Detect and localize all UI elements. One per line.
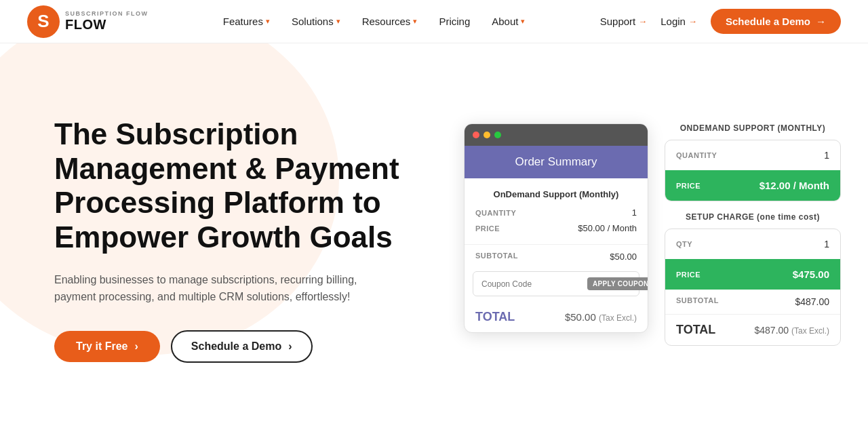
nav-solutions[interactable]: Solutions ▾ bbox=[292, 16, 340, 27]
brand-name: FLOW bbox=[65, 17, 149, 32]
right-section1-title: ONDEMAND SUPPORT (MONTHLY) bbox=[665, 123, 841, 133]
nav-pricing[interactable]: Pricing bbox=[439, 16, 470, 27]
right-qty-value: 1 bbox=[824, 150, 829, 161]
hero-section: The Subscription Management & Payment Pr… bbox=[0, 43, 868, 436]
coupon-input[interactable] bbox=[481, 279, 583, 289]
nav-about[interactable]: About ▾ bbox=[492, 16, 525, 27]
subtotal-value: $50.00 bbox=[610, 252, 637, 262]
right-price-bar-1: PRICE $12.00 / Month bbox=[665, 170, 840, 201]
order-section: OnDemand Support (Monthly) QUANTITY 1 PR… bbox=[465, 178, 648, 245]
svg-text:S: S bbox=[37, 11, 49, 31]
schedule-demo-hero-button[interactable]: Schedule a Demo › bbox=[171, 330, 313, 363]
right-subtotal-label: SUBTOTAL bbox=[676, 296, 719, 307]
order-price-row: PRICE $50.00 / Month bbox=[475, 223, 637, 233]
right-subtotal-row: SUBTOTAL $487.00 bbox=[665, 290, 840, 314]
right-price-bar-2: PRICE $475.00 bbox=[665, 259, 840, 290]
right-section2-title: SETUP CHARGE (one time cost) bbox=[665, 212, 841, 222]
card-titlebar bbox=[465, 124, 648, 146]
order-quantity-row: QUANTITY 1 bbox=[475, 207, 637, 218]
brand-sub: SUBSCRIPTION FLOW bbox=[65, 11, 149, 18]
subtotal-label: SUBTOTAL bbox=[475, 252, 518, 262]
nav-resources[interactable]: Resources ▾ bbox=[362, 16, 418, 27]
right-price-value-1: $12.00 / Month bbox=[760, 180, 829, 191]
schedule-demo-nav-button[interactable]: Schedule a Demo → bbox=[711, 9, 841, 34]
right-panel: ONDEMAND SUPPORT (MONTHLY) QUANTITY 1 PR… bbox=[665, 123, 841, 357]
total-value: $50.00 (Tax Excl.) bbox=[565, 311, 637, 323]
order-summary-card: Order Summary OnDemand Support (Monthly)… bbox=[464, 123, 648, 333]
hero-buttons: Try it Free › Schedule a Demo › bbox=[54, 330, 407, 363]
order-subtotal-row: SUBTOTAL $50.00 bbox=[465, 245, 648, 269]
right-card-1: QUANTITY 1 PRICE $12.00 / Month bbox=[665, 140, 841, 201]
dot-yellow bbox=[484, 132, 490, 138]
right-qty-label-2: QTY bbox=[676, 240, 692, 248]
total-label: TOTAL bbox=[475, 310, 515, 324]
apply-coupon-button[interactable]: APPLY COUPON bbox=[587, 277, 648, 290]
nav-login[interactable]: Login → bbox=[660, 16, 697, 27]
order-total-row: TOTAL $50.00 (Tax Excl.) bbox=[465, 302, 648, 332]
hero-content: The Subscription Management & Payment Pr… bbox=[54, 117, 407, 363]
quantity-label: QUANTITY bbox=[475, 209, 516, 217]
right-price-label-1: PRICE bbox=[676, 182, 701, 190]
logo[interactable]: S SUBSCRIPTION FLOW FLOW bbox=[27, 5, 149, 38]
right-total-row: TOTAL $487.00 (Tax Excl.) bbox=[665, 314, 840, 345]
order-card-header: Order Summary bbox=[465, 146, 648, 178]
hero-title: The Subscription Management & Payment Pr… bbox=[54, 117, 407, 254]
right-total-label: TOTAL bbox=[676, 323, 715, 337]
order-section-title: OnDemand Support (Monthly) bbox=[475, 189, 637, 199]
nav-links: Features ▾ Solutions ▾ Resources ▾ Prici… bbox=[223, 16, 526, 27]
nav-support[interactable]: Support → bbox=[600, 16, 648, 27]
nav-right: Support → Login → Schedule a Demo → bbox=[600, 9, 841, 34]
right-qty-row-2: QTY 1 bbox=[665, 229, 840, 259]
right-price-value-2: $475.00 bbox=[793, 269, 829, 280]
right-qty-value-2: 1 bbox=[824, 239, 829, 250]
price-value: $50.00 / Month bbox=[578, 223, 637, 233]
dot-red bbox=[473, 132, 479, 138]
right-price-label-2: PRICE bbox=[676, 271, 701, 279]
try-it-free-button[interactable]: Try it Free › bbox=[54, 331, 160, 362]
right-subtotal-value: $487.00 bbox=[795, 296, 829, 307]
hero-mockups: Order Summary OnDemand Support (Monthly)… bbox=[464, 123, 841, 357]
price-label: PRICE bbox=[475, 224, 500, 233]
dot-green bbox=[494, 132, 501, 138]
right-qty-row: QUANTITY 1 bbox=[665, 140, 840, 170]
quantity-value: 1 bbox=[632, 207, 637, 218]
right-card-2: QTY 1 PRICE $475.00 SUBTOTAL $487.00 TOT… bbox=[665, 229, 841, 346]
hero-subtitle: Enabling businesses to manage subscripti… bbox=[54, 271, 380, 306]
coupon-row: APPLY COUPON bbox=[473, 271, 639, 296]
right-total-value: $487.00 (Tax Excl.) bbox=[754, 325, 829, 336]
navbar: S SUBSCRIPTION FLOW FLOW Features ▾ Solu… bbox=[0, 0, 868, 43]
right-qty-label: QUANTITY bbox=[676, 151, 717, 159]
nav-features[interactable]: Features ▾ bbox=[223, 16, 270, 27]
